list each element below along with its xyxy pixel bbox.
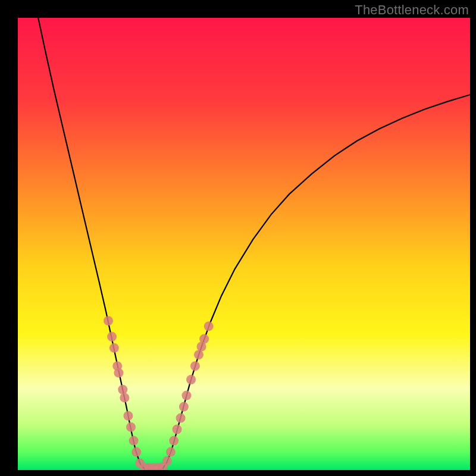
plot-area bbox=[18, 18, 470, 470]
data-point bbox=[204, 321, 214, 331]
data-point bbox=[114, 368, 123, 378]
data-point bbox=[123, 411, 133, 421]
data-point bbox=[107, 332, 117, 342]
data-point bbox=[129, 436, 139, 446]
data-point bbox=[162, 456, 172, 466]
data-point bbox=[194, 350, 203, 359]
chart-container: TheBottleneck.com bbox=[0, 0, 476, 476]
data-point bbox=[166, 447, 176, 457]
data-point bbox=[199, 334, 209, 344]
data-point bbox=[169, 436, 178, 446]
data-point bbox=[173, 425, 182, 434]
data-point bbox=[118, 385, 127, 394]
data-point bbox=[181, 391, 191, 400]
gradient-background bbox=[18, 18, 470, 470]
data-point bbox=[104, 316, 113, 325]
data-point bbox=[176, 414, 186, 423]
data-point bbox=[131, 447, 141, 457]
data-point bbox=[179, 402, 189, 412]
data-point bbox=[109, 343, 119, 353]
data-point bbox=[120, 393, 129, 402]
watermark-text: TheBottleneck.com bbox=[355, 2, 469, 18]
chart-svg bbox=[18, 18, 470, 470]
data-point bbox=[126, 422, 136, 432]
data-point bbox=[186, 375, 196, 384]
data-point bbox=[190, 361, 200, 371]
